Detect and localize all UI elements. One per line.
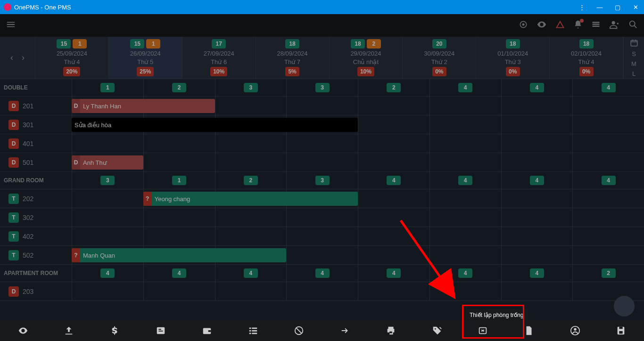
room-row[interactable]: D201DLy Thanh Han xyxy=(0,97,644,115)
bottombar-eye-icon[interactable] xyxy=(14,321,33,340)
availability-count: 4 xyxy=(143,265,215,282)
svg-point-10 xyxy=(435,328,436,330)
date-cell[interactable]: 151 25/09/2024 Thứ 4 20% xyxy=(35,37,109,79)
availability-count: 4 xyxy=(358,265,429,282)
date-cell[interactable]: 182 29/09/2024 Chủ nhật 10% xyxy=(330,37,403,79)
alert-icon[interactable] xyxy=(555,20,565,31)
room-row[interactable]: T502?Manh Quan xyxy=(0,246,644,265)
window-title: OnePMS - One PMS xyxy=(14,4,577,11)
section-name: DOUBLE xyxy=(0,79,72,96)
svg-rect-8 xyxy=(208,330,211,332)
visibility-icon[interactable] xyxy=(537,19,547,32)
bottombar-arrow-icon[interactable] xyxy=(336,321,355,340)
notifications-icon[interactable] xyxy=(573,20,583,31)
room-row[interactable]: T302 xyxy=(0,208,644,227)
bottombar-list-icon[interactable] xyxy=(244,321,263,340)
app-logo-icon xyxy=(4,3,11,11)
availability-count: 1 xyxy=(143,172,215,189)
titlebar: OnePMS - One PMS ⋮ — ▢ ✕ xyxy=(0,0,644,14)
search-icon[interactable] xyxy=(628,19,638,32)
booking-bar[interactable]: Sửa điều hòa xyxy=(72,118,358,132)
view-l-button[interactable]: L xyxy=(624,69,644,79)
date-cell[interactable]: 151 26/09/2024 Thứ 5 25% xyxy=(109,37,182,79)
availability-count: 4 xyxy=(501,172,573,189)
section-header: DOUBLE12332444 xyxy=(0,79,644,97)
availability-count: 4 xyxy=(572,79,644,96)
room-number: 402 xyxy=(23,233,33,240)
availability-count: 4 xyxy=(572,172,644,189)
room-type-tag: D xyxy=(8,120,19,130)
bottombar-cancel-icon[interactable] xyxy=(473,321,492,340)
date-cell[interactable]: 18 28/09/2024 Thứ 7 5% xyxy=(256,37,330,79)
date-nav: ‹ › xyxy=(0,37,35,79)
bottombar xyxy=(0,320,644,341)
room-row[interactable]: T402 xyxy=(0,227,644,246)
fab-button[interactable] xyxy=(614,296,635,317)
booking-bar[interactable]: ?Yeong chang xyxy=(143,192,358,206)
calendar-picker-icon[interactable] xyxy=(624,37,644,49)
bottombar-wallet-icon[interactable] xyxy=(198,321,216,340)
view-s-button[interactable]: S xyxy=(624,49,644,58)
more-icon[interactable]: ⋮ xyxy=(577,2,586,12)
date-cell[interactable]: 20 30/09/2024 Thứ 2 0% xyxy=(403,37,476,79)
date-cell[interactable]: 17 27/09/2024 Thứ 6 10% xyxy=(182,37,256,79)
bottombar-save-icon[interactable] xyxy=(611,321,630,340)
target-icon[interactable] xyxy=(519,20,528,31)
svg-rect-16 xyxy=(619,331,622,334)
availability-count: 3 xyxy=(286,79,358,96)
room-number: 502 xyxy=(23,252,33,259)
bottombar-file-icon[interactable] xyxy=(520,321,538,340)
bottombar-block-icon[interactable] xyxy=(289,321,308,340)
availability-count: 4 xyxy=(501,79,573,96)
prev-day-button[interactable]: ‹ xyxy=(10,53,13,63)
date-cell[interactable]: 18 01/10/2024 Thứ 3 0% xyxy=(476,37,550,79)
next-day-button[interactable]: › xyxy=(22,53,25,63)
availability-count: 2 xyxy=(215,172,287,189)
room-type-tag: D xyxy=(8,286,19,297)
room-type-tag: D xyxy=(8,101,19,111)
availability-count: 4 xyxy=(358,172,429,189)
availability-count: 2 xyxy=(572,265,644,282)
booking-bar[interactable]: ?Manh Quan xyxy=(72,248,286,262)
close-icon[interactable]: ✕ xyxy=(631,2,640,12)
svg-point-3 xyxy=(630,21,635,26)
appbar xyxy=(0,14,644,37)
room-number: 302 xyxy=(23,214,33,221)
booking-bar[interactable]: DAnh Thư xyxy=(72,155,143,170)
booking-bar[interactable]: DLy Thanh Han xyxy=(72,99,215,113)
bottombar-note-icon[interactable] xyxy=(151,321,170,340)
room-number: 201 xyxy=(23,102,33,110)
bottombar-tag-icon[interactable] xyxy=(428,321,446,340)
room-type-tag: T xyxy=(8,194,19,204)
section-header: GRAND ROOM31234444 xyxy=(0,172,644,189)
availability-count: 4 xyxy=(429,265,501,282)
room-row[interactable]: T202?Yeong chang xyxy=(0,189,644,208)
svg-point-1 xyxy=(522,24,525,26)
room-number: 501 xyxy=(23,159,33,166)
room-row[interactable]: D501DAnh Thư xyxy=(0,153,644,172)
minimize-icon[interactable]: — xyxy=(595,2,604,12)
bottombar-dollar-icon[interactable] xyxy=(106,321,124,340)
availability-count: 3 xyxy=(215,79,287,96)
room-type-tag: D xyxy=(8,157,19,168)
section-name: APARTMENT ROOM xyxy=(0,265,72,282)
svg-rect-4 xyxy=(631,40,637,46)
room-number: 301 xyxy=(23,121,33,129)
svg-point-2 xyxy=(612,21,615,24)
maximize-icon[interactable]: ▢ xyxy=(613,2,622,12)
date-cell[interactable]: 18 02/10/2024 Thứ 4 0% xyxy=(550,37,623,79)
list-icon[interactable] xyxy=(591,20,601,31)
room-grid: DOUBLE12332444D201DLy Thanh HanD301Sửa đ… xyxy=(0,79,644,317)
menu-icon[interactable] xyxy=(6,19,16,32)
add-user-icon[interactable] xyxy=(609,19,619,32)
availability-count: 4 xyxy=(215,265,287,282)
bottombar-account-icon[interactable] xyxy=(566,321,585,340)
view-m-button[interactable]: M xyxy=(624,59,644,69)
room-row[interactable]: D301Sửa điều hòa xyxy=(0,115,644,134)
bottombar-checkin-icon[interactable] xyxy=(59,321,78,340)
availability-count: 1 xyxy=(72,79,143,96)
date-header: ‹ › 151 25/09/2024 Thứ 4 20% 151 26/09/2… xyxy=(0,37,644,79)
bottombar-print-icon[interactable] xyxy=(381,321,400,340)
room-row[interactable]: D203 xyxy=(0,282,644,301)
room-row[interactable]: D401 xyxy=(0,134,644,153)
